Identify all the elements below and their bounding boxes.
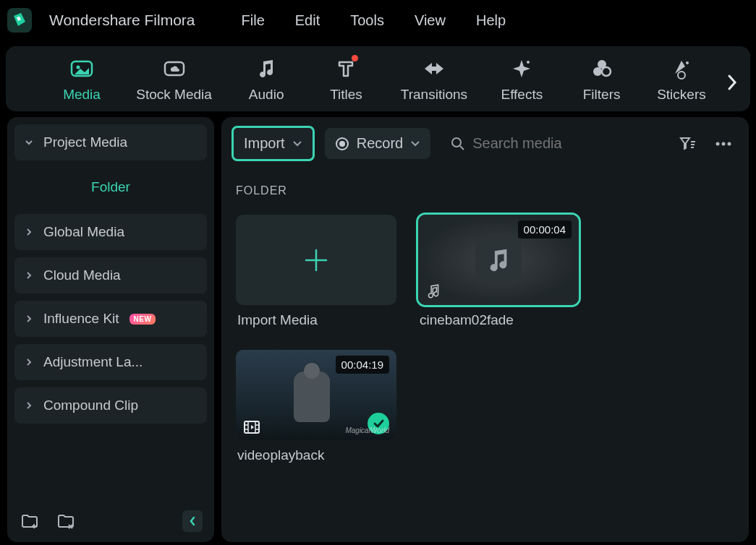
menu-edit[interactable]: Edit <box>295 12 320 29</box>
video-thumb[interactable]: 00:04:19 MagicalWorld <box>236 350 396 440</box>
tile-cinebam-audio[interactable]: 00:00:04 cinebam02fade <box>418 215 579 328</box>
shelf-label: Stock Media <box>136 87 212 103</box>
menu-tools[interactable]: Tools <box>350 12 384 29</box>
svg-point-1 <box>77 66 80 69</box>
sidebar-item-label: Influence Kit <box>43 311 119 327</box>
search-input[interactable] <box>472 135 666 152</box>
shelf-items: Media Stock Media Audio Titles Transi <box>13 56 743 103</box>
svg-point-5 <box>593 67 602 76</box>
svg-point-8 <box>678 72 685 79</box>
duration-badge: 00:04:19 <box>336 356 389 374</box>
record-icon <box>335 137 349 151</box>
import-button[interactable]: Import <box>232 126 315 161</box>
shelf-titles[interactable]: Titles <box>320 56 371 103</box>
shelf-scroll-right[interactable] <box>727 74 737 91</box>
sidebar-item-global-media[interactable]: Global Media <box>14 214 207 250</box>
cloud-icon <box>162 56 187 81</box>
duration-badge: 00:00:04 <box>518 220 572 239</box>
delete-folder-button[interactable] <box>55 510 77 532</box>
chevron-down-icon <box>25 138 33 147</box>
svg-point-14 <box>728 142 731 145</box>
tile-label: cinebam02fade <box>418 312 579 328</box>
sidebar-item-influence-kit[interactable]: Influence Kit NEW <box>14 301 207 337</box>
tile-videoplayback[interactable]: 00:04:19 MagicalWorld videoplayback <box>236 350 396 463</box>
funnel-icon <box>679 136 696 152</box>
audio-type-icon <box>425 283 441 299</box>
section-title: FOLDER <box>221 170 749 200</box>
sticker-icon <box>669 56 694 81</box>
sidebar-item-label: Global Media <box>43 224 124 240</box>
sidebar-item-label: Compound Clip <box>43 398 138 413</box>
svg-point-12 <box>716 142 720 145</box>
sparkle-icon <box>509 56 534 81</box>
folder-remove-icon <box>57 513 75 529</box>
collapse-sidebar-button[interactable] <box>182 510 203 532</box>
record-label: Record <box>357 135 403 152</box>
title-bar: Wondershare Filmora File Edit Tools View… <box>0 0 756 40</box>
app-name: Wondershare Filmora <box>49 12 195 29</box>
sidebar-item-cloud-media[interactable]: Cloud Media <box>14 257 207 293</box>
search-icon <box>451 137 465 151</box>
chevron-right-icon <box>25 271 33 280</box>
svg-point-7 <box>686 61 689 64</box>
main-area: Project Media Folder Global Media Cloud … <box>0 117 756 545</box>
new-folder-button[interactable] <box>19 510 41 532</box>
sidebar-item-label: Folder <box>91 179 130 195</box>
menu-help[interactable]: Help <box>476 12 506 29</box>
shelf-stickers[interactable]: Stickers <box>656 56 707 103</box>
image-icon <box>69 56 94 81</box>
sidebar-footer <box>14 505 207 535</box>
content-toolbar: Import Record <box>221 117 749 170</box>
search-field[interactable] <box>441 135 666 152</box>
svg-point-13 <box>722 142 726 145</box>
shelf-effects[interactable]: Effects <box>496 56 547 103</box>
sidebar-item-compound-clip[interactable]: Compound Clip <box>14 387 207 424</box>
shelf-label: Transitions <box>401 87 467 103</box>
watermark-text: MagicalWorld <box>345 426 389 434</box>
svg-point-6 <box>602 67 611 76</box>
shelf-filters[interactable]: Filters <box>577 56 627 103</box>
chevron-right-icon <box>25 228 33 236</box>
transition-icon <box>422 56 446 81</box>
app-logo <box>7 8 32 33</box>
chevron-down-icon <box>292 140 302 147</box>
import-label: Import <box>244 135 285 152</box>
tile-label: Import Media <box>236 312 396 328</box>
plus-icon <box>302 246 331 275</box>
svg-point-10 <box>339 141 345 147</box>
chevron-right-icon <box>25 358 33 366</box>
shelf-transitions[interactable]: Transitions <box>401 56 467 103</box>
shelf-label: Filters <box>583 87 621 103</box>
menu-view[interactable]: View <box>415 12 446 29</box>
shelf-label: Media <box>63 87 101 103</box>
folder-plus-icon <box>21 513 38 529</box>
tile-label: videoplayback <box>236 447 396 463</box>
music-icon <box>475 237 522 283</box>
chevron-right-icon <box>25 401 33 410</box>
shelf-media[interactable]: Media <box>56 56 107 103</box>
sidebar-item-label: Cloud Media <box>43 267 121 283</box>
chevron-left-icon <box>189 516 196 526</box>
sidebar-item-project-media[interactable]: Project Media <box>14 124 207 160</box>
chevron-down-icon <box>410 140 420 147</box>
more-options-button[interactable] <box>713 133 734 155</box>
sidebar-item-label: Project Media <box>43 134 127 150</box>
sidebar-item-folder[interactable]: Folder <box>14 168 207 207</box>
shelf-audio[interactable]: Audio <box>241 56 292 103</box>
record-button[interactable]: Record <box>325 128 430 159</box>
import-thumb[interactable] <box>236 215 396 305</box>
filters-icon <box>590 56 614 81</box>
main-menu: File Edit Tools View Help <box>242 12 506 29</box>
film-icon <box>243 420 260 434</box>
filter-sort-button[interactable] <box>676 133 698 155</box>
menu-file[interactable]: File <box>242 12 265 29</box>
ellipsis-icon <box>715 141 732 147</box>
audio-thumb[interactable]: 00:00:04 <box>418 215 579 305</box>
category-shelf: Media Stock Media Audio Titles Transi <box>6 46 750 111</box>
sidebar-item-label: Adjustment La... <box>43 354 143 370</box>
tile-import-media[interactable]: Import Media <box>236 215 396 328</box>
sidebar-item-adjustment-layer[interactable]: Adjustment La... <box>14 344 207 380</box>
shelf-label: Titles <box>330 87 362 103</box>
new-badge: NEW <box>129 314 156 325</box>
shelf-stock-media[interactable]: Stock Media <box>136 56 212 103</box>
